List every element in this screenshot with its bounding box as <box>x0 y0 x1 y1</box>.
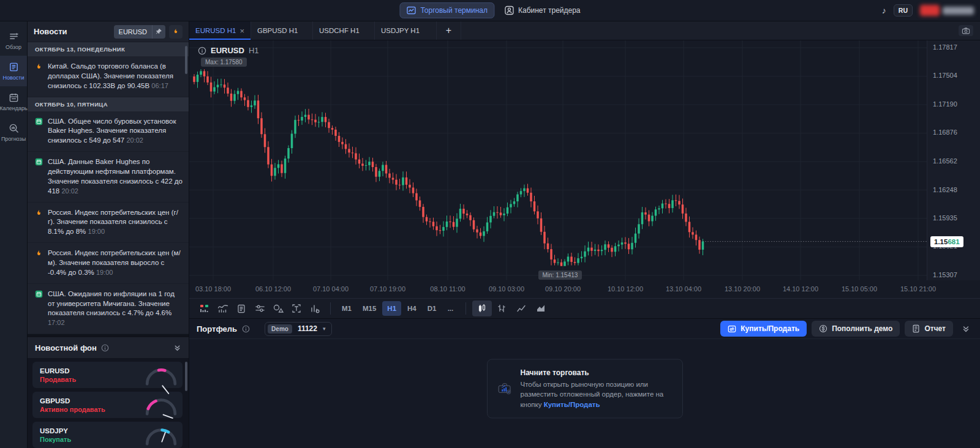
news-background-scrollbar[interactable] <box>185 362 187 391</box>
news-item[interactable]: США. Данные Baker Hughes по действующим … <box>28 152 189 202</box>
timeframe-button[interactable]: D1 <box>423 301 442 316</box>
tab-usdchf-h1[interactable]: USDCHF H1 <box>313 21 375 40</box>
trader-cabinet-button[interactable]: Кабинет трейдера <box>504 6 581 15</box>
sound-icon[interactable]: ♪ <box>882 6 886 15</box>
line-type-button[interactable] <box>511 301 531 316</box>
news-list: ОКТЯБРЬ 13, ПОНЕДЕЛЬНИК Китай. Сальдо то… <box>28 42 189 334</box>
sidebar-item-forecasts[interactable]: Прогнозы <box>0 117 27 147</box>
chart-region: EURUSD H1 Max: 1.17580 Min: 1.15413 1.17… <box>189 40 980 280</box>
news-filter-chip[interactable]: EURUSD <box>114 25 165 39</box>
tab-label: USDJPY H1 <box>381 27 430 34</box>
time-tick: 07.10 04:00 <box>313 285 349 293</box>
tab-eurusd-h1[interactable]: EURUSD H1 × <box>189 21 251 40</box>
journal-button[interactable] <box>232 301 251 316</box>
timeframe-button[interactable]: H1 <box>382 301 401 316</box>
buy-sell-label: Купить/Продать <box>741 324 799 333</box>
news-item-time: 20:02 <box>61 187 78 195</box>
tab-close-icon[interactable]: × <box>239 26 244 35</box>
sidebar-item-overview[interactable]: Обзор <box>0 25 27 56</box>
news-scrollbar[interactable] <box>185 46 187 74</box>
camera-icon <box>962 27 970 34</box>
text-tool-button[interactable] <box>287 301 306 316</box>
news-item[interactable]: Россия. Индекс потребительских цен (м/м)… <box>28 243 189 284</box>
buy-sell-button[interactable]: Купить/Продать <box>720 321 807 337</box>
news-item-time: 17:02 <box>48 319 65 326</box>
text-tool-icon <box>292 304 301 313</box>
language-button[interactable]: RU <box>894 4 913 17</box>
area-type-button[interactable] <box>531 301 551 316</box>
timeframe-button[interactable]: M15 <box>358 301 381 316</box>
news-background-card[interactable]: GBPUSD Активно продавать <box>32 392 183 418</box>
snapshot-button[interactable] <box>952 21 980 40</box>
account-selector[interactable]: Demo 11122 ▾ <box>265 322 332 336</box>
trading-terminal-button[interactable]: Торговый терминал <box>399 2 494 18</box>
overview-icon <box>9 31 19 42</box>
tab-gbpusd-h1[interactable]: GBPUSD H1 <box>251 21 313 40</box>
tab-usdjpy-h1[interactable]: USDJPY H1 <box>375 21 437 40</box>
timeframe-button[interactable]: H4 <box>402 301 421 316</box>
deposit-demo-label: Пополнить демо <box>832 324 892 333</box>
time-axis[interactable]: 03.10 18:0006.10 12:0007.10 04:0007.10 1… <box>189 280 980 298</box>
collapse-panel-icon[interactable] <box>173 344 181 352</box>
tab-label: GBPUSD H1 <box>257 27 306 34</box>
shapes-icon <box>273 304 284 313</box>
deposit-demo-button[interactable]: Пополнить демо <box>812 321 900 337</box>
sidebar-item-calendar[interactable]: Календарь <box>0 86 27 117</box>
time-tick: 10.10 12:00 <box>608 285 643 293</box>
chart-settings-button[interactable] <box>306 301 324 316</box>
news-item[interactable]: Китай. Сальдо торгового баланса (в долла… <box>28 56 189 97</box>
start-trading-title: Начните торговать <box>521 368 673 376</box>
buy-sell-link[interactable]: Купить/Продать <box>544 400 600 408</box>
market-depth-button[interactable] <box>195 301 214 316</box>
news-item-text: США. Общее число буровых установок Baker… <box>48 117 183 146</box>
info-icon[interactable] <box>242 325 250 333</box>
news-item-text: Китай. Сальдо торгового баланса (в долла… <box>48 62 183 91</box>
news-item[interactable]: США. Общее число буровых установок Baker… <box>28 111 189 152</box>
info-icon[interactable] <box>198 47 206 55</box>
add-tab-button[interactable]: + <box>437 21 461 40</box>
chart-symbol-header: EURUSD H1 <box>198 46 259 55</box>
price-tick: 1.16562 <box>933 157 957 165</box>
news-column: Новости EURUSD ОКТЯБРЬ 13, ПОНЕДЕЛЬНИК <box>28 21 189 448</box>
card-symbol: GBPUSD <box>40 397 142 405</box>
bars-type-button[interactable] <box>492 301 511 316</box>
candles-type-button[interactable] <box>472 301 492 316</box>
settings-sliders-button[interactable] <box>251 301 269 316</box>
trade-panel: Портфель Demo 11122 ▾ Купить/Продать Поп… <box>189 318 980 448</box>
news-background-card[interactable]: EURUSD Продавать <box>32 362 183 388</box>
hot-news-icon <box>35 209 43 217</box>
price-tick: 1.17190 <box>933 100 957 108</box>
forecasts-icon <box>9 123 19 133</box>
time-tick: 07.10 19:00 <box>370 285 405 293</box>
more-timeframes-button[interactable]: ... <box>441 301 459 316</box>
price-tick: 1.16876 <box>933 129 957 136</box>
time-tick: 13.10 04:00 <box>666 285 701 293</box>
news-gauge <box>142 424 180 447</box>
news-item[interactable]: США. Ожидания по инфляции на 1 год от ун… <box>28 284 189 334</box>
news-item-text: США. Ожидания по инфляции на 1 год от ун… <box>48 289 183 328</box>
last-price-badge: 1.15681 <box>930 236 963 247</box>
news-group: Китай. Сальдо торгового баланса (в долла… <box>28 56 189 97</box>
card-info: USDJPY Покупать <box>40 427 142 443</box>
news-group: США. Общее число буровых установок Baker… <box>28 111 189 334</box>
news-background-card[interactable]: USDJPY Покупать <box>32 422 183 448</box>
info-icon <box>101 344 109 352</box>
hot-news-filter-button[interactable] <box>169 25 183 39</box>
card-symbol: EURUSD <box>40 367 142 375</box>
collapse-panel-icon[interactable] <box>962 324 970 333</box>
shapes-button[interactable] <box>269 301 287 316</box>
report-button[interactable]: Отчет <box>905 321 953 337</box>
area-chart-icon <box>536 304 546 313</box>
timeframe-button[interactable]: M1 <box>337 301 356 316</box>
time-tick: 09.10 03:00 <box>489 285 524 293</box>
sidebar-item-label: Обзор <box>6 44 21 50</box>
pin-icon[interactable] <box>152 25 165 39</box>
indicators-button[interactable] <box>214 301 232 316</box>
chart-workspace: EURUSD H1 × GBPUSD H1 USDCHF H1 USDJPY H… <box>189 21 980 448</box>
price-axis[interactable]: 1.178171.175041.171901.168761.165621.162… <box>927 40 980 280</box>
news-item[interactable]: Россия. Индекс потребительских цен (г/г)… <box>28 203 189 244</box>
sidebar-item-news[interactable]: Новости <box>0 56 27 86</box>
card-symbol: USDJPY <box>40 427 142 435</box>
card-info: EURUSD Продавать <box>40 367 142 383</box>
chart-plot[interactable]: EURUSD H1 Max: 1.17580 Min: 1.15413 <box>189 40 927 280</box>
